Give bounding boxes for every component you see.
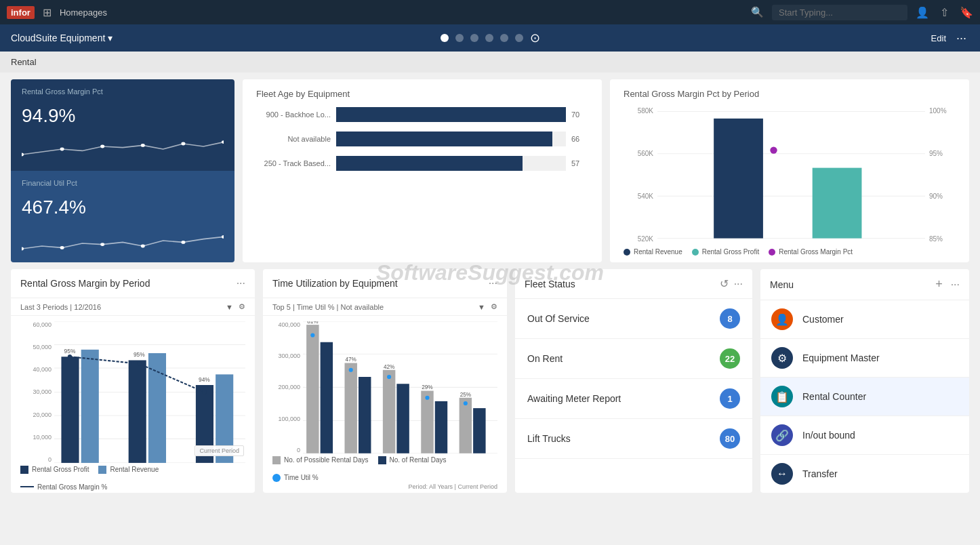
page-dot-4[interactable] bbox=[485, 34, 493, 42]
page-dot-1[interactable] bbox=[441, 34, 449, 42]
svg-text:95%: 95% bbox=[64, 348, 76, 355]
menu-label-equipment-master: Equipment Master bbox=[802, 352, 880, 363]
top-widgets: Rental Gross Margin Pct 94.9% Financial … bbox=[0, 73, 980, 269]
page-next-arrow[interactable]: ⊙ bbox=[530, 31, 540, 45]
share-icon[interactable]: ⇧ bbox=[940, 6, 949, 19]
rgm-more-button[interactable]: ··· bbox=[237, 277, 245, 289]
page-dot-3[interactable] bbox=[470, 34, 478, 42]
legend-time-util: Time Util % bbox=[272, 474, 319, 482]
svg-rect-51 bbox=[345, 363, 357, 453]
svg-point-5 bbox=[222, 140, 224, 144]
bar-fill-2 bbox=[336, 132, 552, 146]
svg-rect-56 bbox=[396, 384, 409, 453]
menu-add-button[interactable]: + bbox=[935, 277, 943, 291]
equipment-master-icon: ⚙ bbox=[771, 347, 793, 369]
svg-rect-32 bbox=[216, 374, 233, 463]
svg-point-33 bbox=[68, 355, 72, 359]
kpi-top-sparkline bbox=[22, 136, 224, 163]
suite-label[interactable]: CloudSuite Equipment ▾ bbox=[11, 33, 113, 43]
svg-rect-59 bbox=[421, 391, 433, 453]
svg-point-34 bbox=[137, 362, 141, 366]
svg-rect-48 bbox=[321, 342, 333, 453]
page-dot-6[interactable] bbox=[515, 34, 523, 42]
fs-widget-header: Fleet Status ↺ ··· bbox=[515, 269, 752, 299]
legend-rgp: Rental Gross Profit bbox=[20, 466, 89, 474]
rental-gross-margin-period-title: Rental Gross Margin Pct by Period bbox=[624, 89, 956, 99]
menu-item-customer[interactable]: 👤 Customer bbox=[760, 300, 969, 339]
bar-container-3 bbox=[336, 156, 566, 171]
bar-container-2 bbox=[336, 132, 566, 146]
tu-widget-title: Time Utilization by Equipment bbox=[272, 278, 483, 289]
page-bar: CloudSuite Equipment ▾ ⊙ Edit ··· bbox=[0, 24, 980, 52]
page-dot-2[interactable] bbox=[455, 34, 464, 42]
svg-rect-28 bbox=[81, 350, 99, 463]
fs-refresh-button[interactable]: ↺ bbox=[720, 277, 729, 290]
bar-fill-1 bbox=[336, 107, 566, 122]
tu-more-button[interactable]: ··· bbox=[489, 277, 497, 289]
svg-rect-60 bbox=[435, 401, 447, 453]
fs-row-out-of-service: Out Of Service 8 bbox=[515, 299, 752, 339]
transfer-icon: ↔ bbox=[771, 463, 793, 485]
grid-icon[interactable]: ⊞ bbox=[43, 6, 52, 19]
svg-point-11 bbox=[222, 235, 224, 239]
edit-button[interactable]: Edit bbox=[931, 33, 946, 43]
menu-item-transfer[interactable]: ↔ Transfer bbox=[760, 455, 969, 493]
fs-badge-2: 22 bbox=[720, 348, 740, 369]
fleet-status-widget: Fleet Status ↺ ··· Out Of Service 8 On R… bbox=[515, 269, 752, 493]
rgm-filter-row: Last 3 Periods | 12/2016 ▼ ⚙ bbox=[11, 298, 255, 316]
legend-rental-gross-profit: Rental Gross Profit bbox=[692, 248, 759, 256]
svg-rect-47 bbox=[306, 325, 319, 453]
svg-point-62 bbox=[425, 396, 429, 400]
homepages-label[interactable]: Homepages bbox=[60, 7, 107, 18]
tu-settings-icon[interactable]: ⚙ bbox=[491, 302, 497, 311]
user-icon[interactable]: 👤 bbox=[916, 6, 929, 19]
page-more-button[interactable]: ··· bbox=[956, 31, 966, 45]
infor-logo: infor bbox=[7, 6, 35, 19]
settings-icon[interactable]: ⚙ bbox=[239, 302, 245, 311]
svg-rect-29 bbox=[129, 360, 146, 462]
menu-label-inout-bound: In/out bound bbox=[802, 430, 855, 441]
rgm-chart-svg: 2018 bbox=[657, 107, 925, 243]
rental-gross-margin-widget: Rental Gross Margin by Period ··· Last 3… bbox=[11, 269, 255, 493]
bookmark-icon[interactable]: 🔖 bbox=[960, 6, 973, 19]
rgm-widget-title: Rental Gross Margin by Period bbox=[20, 278, 231, 289]
bar-value-3: 57 bbox=[571, 159, 588, 167]
tu-filter-icon[interactable]: ▼ bbox=[478, 303, 485, 311]
svg-point-3 bbox=[141, 144, 145, 147]
tu-widget-header: Time Utilization by Equipment ··· bbox=[263, 269, 507, 298]
rgm-legend: Rental Revenue Rental Gross Profit Renta… bbox=[624, 248, 956, 256]
menu-item-inout-bound[interactable]: 🔗 In/out bound bbox=[760, 416, 969, 455]
menu-widget: Menu + ··· 👤 Customer ⚙ Equipment Master… bbox=[760, 269, 969, 493]
fs-more-button[interactable]: ··· bbox=[734, 278, 743, 290]
menu-item-equipment-master[interactable]: ⚙ Equipment Master bbox=[760, 339, 969, 378]
rgm-chart-inner: 60,000 50,000 40,000 30,000 20,000 10,00… bbox=[20, 321, 245, 463]
fleet-age-bars: 900 - Backhoe Lo... 70 Not available 66 … bbox=[256, 107, 588, 171]
bar-label-3: 250 - Track Based... bbox=[256, 159, 331, 167]
tu-filter-row: Top 5 | Time Util % | Not available ▼ ⚙ bbox=[263, 298, 507, 316]
page-dot-5[interactable] bbox=[500, 34, 508, 42]
legend-rental-days: No. of Rental Days bbox=[378, 456, 447, 464]
kpi-top-label: Rental Gross Margin Pct bbox=[22, 87, 224, 96]
rgm-widget-header: Rental Gross Margin by Period ··· bbox=[11, 269, 255, 298]
menu-widget-title: Menu bbox=[770, 279, 930, 290]
filter-icon[interactable]: ▼ bbox=[226, 303, 233, 311]
search-icon: 🔍 bbox=[751, 6, 764, 18]
svg-point-58 bbox=[387, 375, 391, 379]
fs-widget-title: Fleet Status bbox=[525, 279, 714, 289]
svg-rect-27 bbox=[61, 357, 79, 463]
fs-badge-1: 8 bbox=[720, 308, 740, 329]
menu-more-button[interactable]: ··· bbox=[951, 279, 960, 291]
bar-label-1: 900 - Backhoe Lo... bbox=[256, 110, 331, 119]
bar-container-1 bbox=[336, 107, 566, 122]
svg-point-9 bbox=[141, 245, 145, 248]
fs-row-awaiting-meter: Awaiting Meter Report 1 bbox=[515, 379, 752, 419]
menu-item-rental-counter[interactable]: 📋 Rental Counter bbox=[760, 378, 969, 416]
svg-point-18 bbox=[770, 146, 777, 153]
kpi-bottom-label: Financial Util Pct bbox=[22, 179, 224, 187]
svg-rect-31 bbox=[196, 385, 213, 463]
kpi-bottom-sparkline bbox=[22, 227, 224, 254]
bar-row-3: 250 - Track Based... 57 bbox=[256, 156, 588, 171]
legend-rental-gross-margin-pct: Rental Gross Margin Pct bbox=[769, 248, 853, 256]
search-input[interactable] bbox=[772, 5, 907, 20]
fs-row-on-rent: On Rent 22 bbox=[515, 339, 752, 379]
